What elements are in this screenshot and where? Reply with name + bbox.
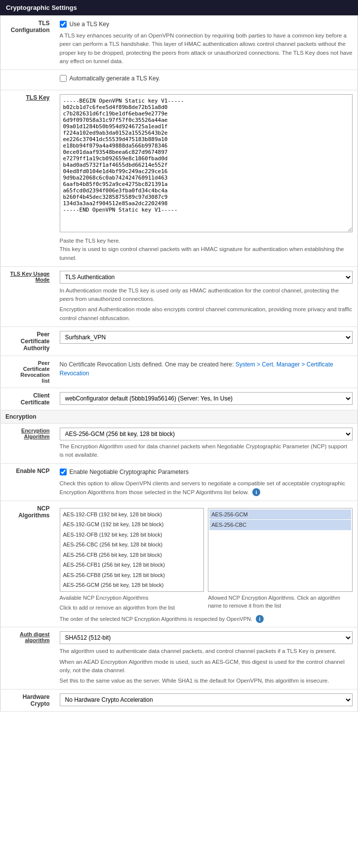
peer-ca-label: PeerCertificateAuthority bbox=[0, 326, 55, 356]
ncp-lists-container: AES-192-CFB (192 bit key, 128 bit block)… bbox=[60, 508, 353, 612]
enable-ncp-desc: Check this option to allow OpenVPN clien… bbox=[60, 479, 353, 497]
auto-generate-checkbox-row: Automatically generate a TLS Key. bbox=[60, 74, 353, 83]
tls-key-paste-note: Paste the TLS key here. This key is used… bbox=[60, 237, 353, 262]
peer-crl-label: PeerCertificateRevocationlist bbox=[0, 356, 55, 388]
tls-config-row: TLS Configuration Use a TLS Key A TLS ke… bbox=[0, 16, 358, 70]
list-item[interactable]: AES-256-CFB1 (256 bit key, 128 bit block… bbox=[61, 560, 203, 570]
auth-digest-row: Auth digest algorithm SHA512 (512-bit) S… bbox=[0, 627, 358, 689]
list-item[interactable]: AES-256-CBC (256 bit key, 128 bit block) bbox=[61, 540, 203, 550]
enable-ncp-info-icon[interactable]: i bbox=[252, 488, 260, 496]
enable-ncp-content: Enable Negotiable Cryptographic Paramete… bbox=[55, 464, 358, 501]
page-header: Cryptographic Settings bbox=[0, 0, 358, 15]
ncp-order-note: The order of the selected NCP Encryption… bbox=[60, 615, 353, 623]
list-item[interactable]: AES-192-OFB (192 bit key, 128 bit block) bbox=[61, 530, 203, 540]
client-cert-label: Client Certificate bbox=[0, 388, 55, 410]
list-item[interactable]: AES-256-CFB8 (256 bit key, 128 bit block… bbox=[61, 570, 203, 580]
encryption-section-row: Encryption bbox=[0, 410, 358, 423]
auth-digest-label: Auth digest algorithm bbox=[0, 627, 55, 689]
ncp-selected-label: Allowed NCP Encryption Algorithms. Click… bbox=[208, 594, 353, 610]
encryption-algo-content: AES-256-GCM (256 bit key, 128 bit block)… bbox=[55, 423, 358, 464]
hardware-crypto-select[interactable]: No Hardware Crypto Acceleration bbox=[60, 693, 353, 706]
encryption-title-text: Encryption bbox=[5, 413, 37, 420]
auto-generate-label: Automatically generate a TLS Key. bbox=[70, 74, 160, 83]
peer-ca-content: Surfshark_VPN bbox=[55, 326, 358, 356]
enable-ncp-checkbox[interactable] bbox=[60, 469, 67, 475]
auth-digest-select[interactable]: SHA512 (512-bit) SHA256 (256-bit) SHA1 (… bbox=[60, 631, 353, 644]
ncp-algorithms-row: NCP Algorithms AES-192-CFB (192 bit key,… bbox=[0, 501, 358, 627]
ncp-selected-column: AES-256-GCM AES-256-CBC Allowed NCP Encr… bbox=[208, 508, 353, 612]
hardware-crypto-row: Hardware Crypto No Hardware Crypto Accel… bbox=[0, 689, 358, 712]
ncp-sel-item[interactable]: AES-256-CBC bbox=[209, 520, 351, 530]
ncp-selected-list[interactable]: AES-256-GCM AES-256-CBC bbox=[208, 508, 353, 592]
list-item[interactable]: AES-256-OFB (256 bit key, 128 bit block) bbox=[61, 590, 203, 592]
auth-digest-desc1: The algorithm used to authenticate data … bbox=[60, 647, 353, 655]
encryption-algo-row: Encryption Algorithm AES-256-GCM (256 bi… bbox=[0, 423, 358, 464]
encryption-algo-label: Encryption Algorithm bbox=[0, 423, 55, 464]
tls-key-row: TLS Key -----BEGIN OpenVPN Static key V1… bbox=[0, 90, 358, 267]
list-item[interactable]: AES-192-CFB (192 bit key, 128 bit block) bbox=[61, 509, 203, 520]
enable-ncp-checkbox-label: Enable Negotiable Cryptographic Paramete… bbox=[70, 468, 189, 476]
ncp-algorithms-content: AES-192-CFB (192 bit key, 128 bit block)… bbox=[55, 501, 358, 627]
peer-crl-text: No Certificate Revocation Lists defined.… bbox=[60, 361, 236, 368]
encryption-section-title: Encryption bbox=[0, 410, 358, 423]
ncp-available-list[interactable]: AES-192-CFB (192 bit key, 128 bit block)… bbox=[60, 508, 204, 592]
use-tls-row: Use a TLS Key bbox=[60, 20, 353, 29]
client-cert-row: Client Certificate webConfigurator defau… bbox=[0, 388, 358, 410]
auto-generate-checkbox[interactable] bbox=[60, 75, 67, 82]
auth-digest-content: SHA512 (512-bit) SHA256 (256-bit) SHA1 (… bbox=[55, 627, 358, 689]
enable-ncp-row: Enable NCP Enable Negotiable Cryptograph… bbox=[0, 464, 358, 501]
peer-crl-row: PeerCertificateRevocationlist No Certifi… bbox=[0, 356, 358, 388]
encryption-algo-select[interactable]: AES-256-GCM (256 bit key, 128 bit block)… bbox=[60, 428, 353, 440]
client-cert-content: webConfigurator default (5bbb199a56146) … bbox=[55, 388, 358, 410]
ncp-available-note: Click to add or remove an algorithm from… bbox=[60, 604, 204, 612]
ncp-sel-item[interactable]: AES-256-GCM bbox=[209, 509, 351, 520]
page-title: Cryptographic Settings bbox=[0, 0, 358, 15]
tls-key-usage-label: TLS Key Usage Mode bbox=[0, 266, 55, 326]
peer-ca-select[interactable]: Surfshark_VPN bbox=[60, 331, 353, 344]
list-item[interactable]: AES-256-CFB (256 bit key, 128 bit block) bbox=[61, 550, 203, 560]
enable-ncp-checkbox-row: Enable Negotiable Cryptographic Paramete… bbox=[60, 468, 353, 476]
client-cert-select[interactable]: webConfigurator default (5bbb199a56146) … bbox=[60, 392, 353, 405]
auto-generate-row: Automatically generate a TLS Key. bbox=[0, 70, 358, 90]
tls-key-usage-row: TLS Key Usage Mode TLS Authentication TL… bbox=[0, 266, 358, 326]
tls-key-usage-content: TLS Authentication TLS Encryption and Au… bbox=[55, 266, 358, 326]
peer-ca-row: PeerCertificateAuthority Surfshark_VPN bbox=[0, 326, 358, 356]
hardware-crypto-label: Hardware Crypto bbox=[0, 689, 55, 712]
ncp-available-label: Available NCP Encryption Algorithms bbox=[60, 594, 204, 602]
tls-key-usage-select[interactable]: TLS Authentication TLS Encryption and Au… bbox=[60, 271, 353, 284]
tls-key-content: -----BEGIN OpenVPN Static key V1----- b0… bbox=[55, 90, 358, 267]
hardware-crypto-content: No Hardware Crypto Acceleration bbox=[55, 689, 358, 712]
list-item[interactable]: AES-256-GCM (256 bit key, 128 bit block) bbox=[61, 580, 203, 590]
auth-digest-desc2: When an AEAD Encryption Algorithm mode i… bbox=[60, 658, 353, 675]
tls-key-label: TLS Key bbox=[0, 90, 55, 267]
ncp-available-column: AES-192-CFB (192 bit key, 128 bit block)… bbox=[60, 508, 204, 612]
ncp-order-info-icon[interactable]: i bbox=[256, 615, 264, 623]
tls-key-textarea[interactable]: -----BEGIN OpenVPN Static key V1----- b0… bbox=[60, 94, 353, 232]
tls-enc-desc: Encryption and Authentication mode also … bbox=[60, 305, 353, 323]
tls-auth-desc: In Authentication mode the TLS key is us… bbox=[60, 287, 353, 304]
auth-digest-desc3: Set this to the same value as the server… bbox=[60, 677, 353, 685]
use-tls-checkbox[interactable] bbox=[60, 21, 67, 28]
tls-config-desc: A TLS key enhances security of an OpenVP… bbox=[60, 32, 353, 66]
sign-note-text: This key is used to sign control channel… bbox=[60, 246, 344, 260]
paste-note-text: Paste the TLS key here. bbox=[60, 238, 120, 244]
list-item[interactable]: AES-192-GCM (192 bit key, 128 bit block) bbox=[61, 519, 203, 530]
enable-ncp-label: Enable NCP bbox=[0, 464, 55, 501]
peer-crl-content: No Certificate Revocation Lists defined.… bbox=[55, 356, 358, 388]
tls-config-label: TLS Configuration bbox=[0, 16, 55, 70]
enc-algo-desc: The Encryption Algorithm used for data c… bbox=[60, 442, 353, 460]
use-tls-label: Use a TLS Key bbox=[70, 20, 109, 29]
ncp-algorithms-label: NCP Algorithms bbox=[0, 501, 55, 627]
tls-config-content: Use a TLS Key A TLS key enhances securit… bbox=[55, 16, 358, 70]
